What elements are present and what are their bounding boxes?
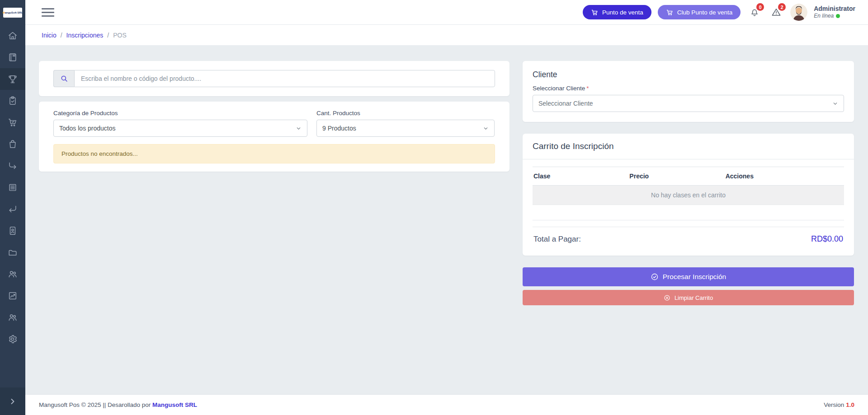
cart-check-icon [8,117,18,127]
footer-company-link[interactable]: Mangusoft SRL [152,401,197,408]
online-status-dot [836,14,840,18]
sidebar-item-wallet[interactable] [0,242,25,263]
cart-empty-row: No hay clases en el carrito [533,186,844,205]
cart-card-title: Carrito de Inscripción [523,134,854,159]
footer-version: Version1.0 [824,401,854,408]
menu-toggle-button[interactable] [42,8,54,17]
sidebar-item-clients[interactable] [0,263,25,285]
required-asterisk: * [586,85,589,92]
sidebar-item-transfers[interactable] [0,155,25,177]
total-label: Total a Pagar: [533,235,581,244]
chevron-down-icon [296,126,302,131]
sidebar-item-members[interactable] [0,220,25,242]
breadcrumb-link-inscripciones[interactable]: Inscripciones [66,32,104,39]
filters-row: Categoría de Productos Todos los product… [53,110,495,137]
sidebar-item-sales[interactable] [0,112,25,133]
footer: Mangusoft Pos © 2025 || Desarollado por … [25,394,868,415]
return-arrow-icon [8,204,18,214]
cart-total-row: Total a Pagar: RD$0.00 [533,227,844,245]
alerts-badge: 2 [778,3,786,11]
avatar-image [790,4,807,21]
chart-icon [8,291,18,301]
count-label: Cant. Productos [316,110,495,117]
cart-card: Carrito de Inscripción Clase Precio Acci… [523,134,854,256]
product-search-group [53,70,495,87]
category-select[interactable]: Todos los productos [53,120,307,137]
search-icon [60,75,68,83]
app-shell: ManguSoft SRL [0,0,868,415]
product-search-card [39,61,509,96]
sidebar-item-returns[interactable] [0,198,25,220]
sidebar-item-settings[interactable] [0,328,25,350]
chevron-down-icon [832,101,838,107]
process-inscription-button[interactable]: Procesar Inscripción [523,267,854,286]
x-circle-icon [664,294,670,301]
sidebar: ManguSoft SRL [0,0,25,415]
catalog-book-icon [8,52,18,62]
no-products-alert: Productos no encontrados... [53,144,495,163]
users-icon [8,269,18,279]
main-area: Punto de venta Club Punto de venta 0 2 [25,0,868,415]
sidebar-item-inscriptions[interactable] [0,68,25,90]
brand-logo-box: ManguSoft SRL [3,8,22,18]
count-select[interactable]: 9 Productos [316,120,495,137]
user-status: En línea [814,13,855,19]
clear-cart-button[interactable]: Limpiar Carrito [523,290,854,305]
client-select-label: Seleccionar Cliente* [533,85,844,92]
avatar[interactable] [790,4,807,21]
sidebar-item-tasks[interactable] [0,90,25,112]
corner-down-right-icon [8,161,18,171]
products-column: Categoría de Productos Todos los product… [39,61,509,394]
sidebar-expand-button[interactable] [0,387,25,415]
column-clase: Clase [533,173,629,180]
column-precio: Precio [629,173,725,180]
club-pos-button[interactable]: Club Punto de venta [658,5,741,19]
breadcrumb-link-inicio[interactable]: Inicio [42,32,57,39]
sidebar-item-home[interactable] [0,25,25,47]
footer-copyright: Mangusoft Pos © 2025 || Desarollado por … [39,401,197,408]
sidebar-spacer [0,350,25,387]
notifications-button[interactable]: 0 [748,5,761,19]
breadcrumb: Inicio / Inscripciones / POS [25,25,868,45]
settings-icon [8,334,18,344]
client-card: Cliente Seleccionar Cliente* Seleccionar… [523,61,854,122]
chevron-right-icon [8,397,17,406]
wallet-icon [8,247,18,257]
user-meta[interactable]: Administrator En línea [814,5,855,20]
column-acciones: Acciones [726,173,843,180]
notifications-badge: 0 [756,3,764,11]
clipboard-check-icon [8,96,18,106]
users-group-icon [8,312,18,322]
sidebar-item-invoices[interactable] [0,177,25,198]
cart-table: Clase Precio Acciones No hay clases en e… [533,167,844,220]
trophy-icon [8,74,18,84]
user-name: Administrator [814,5,855,13]
pos-button[interactable]: Punto de venta [583,5,651,19]
alerts-button[interactable]: 2 [769,5,783,19]
checkout-column: Cliente Seleccionar Cliente* Seleccionar… [523,61,854,394]
id-badge-icon [8,226,18,236]
receipt-icon [8,182,18,192]
product-filters-card: Categoría de Productos Todos los product… [39,102,509,172]
top-header: Punto de venta Club Punto de venta 0 2 [25,0,868,25]
total-value: RD$0.00 [811,234,843,244]
cart-table-header: Clase Precio Acciones [533,167,844,186]
product-search-input[interactable] [74,70,495,87]
check-circle-icon [651,273,659,281]
sidebar-item-reports[interactable] [0,285,25,307]
cart-icon [591,9,599,16]
count-field: Cant. Productos 9 Productos [316,110,495,137]
header-actions: Punto de venta Club Punto de venta 0 2 [583,4,855,21]
search-addon [53,70,74,87]
sidebar-item-staff[interactable] [0,307,25,328]
client-select[interactable]: Seleccionar Cliente [533,95,844,112]
brand-logo[interactable]: ManguSoft SRL [0,0,25,25]
chevron-down-icon [483,126,489,131]
category-label: Categoría de Productos [53,110,307,117]
sidebar-item-catalog[interactable] [0,47,25,68]
sidebar-item-products[interactable] [0,133,25,155]
breadcrumb-current: POS [113,32,127,39]
cart-card-body: Clase Precio Acciones No hay clases en e… [523,159,854,256]
shopping-bag-icon [8,139,18,149]
client-card-title: Cliente [533,70,844,79]
